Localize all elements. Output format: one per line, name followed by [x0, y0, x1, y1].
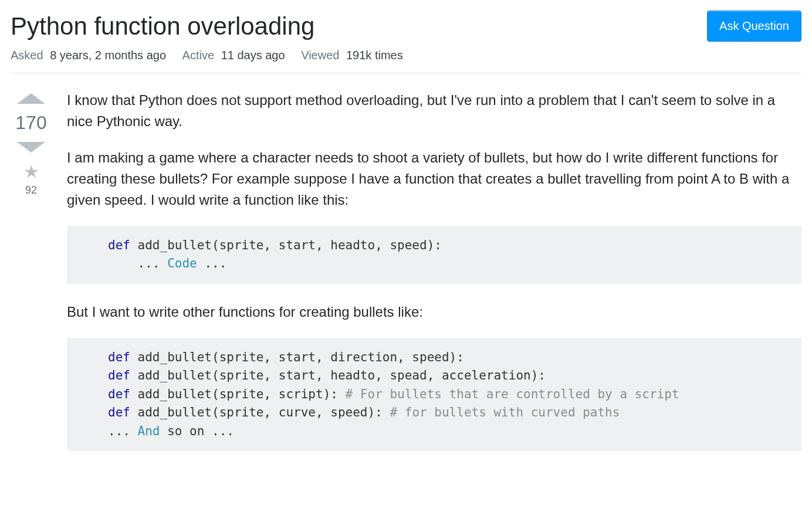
code-block: def add_bullet(sprite, start, direction,… — [67, 338, 801, 452]
active-label: Active — [182, 49, 214, 62]
viewed-value: 191k times — [346, 49, 403, 62]
paragraph: I am making a game where a character nee… — [67, 147, 801, 211]
vote-score: 170 — [15, 112, 46, 134]
viewed-label: Viewed — [301, 49, 339, 62]
question-title: Python function overloading — [11, 11, 314, 43]
question-body: I know that Python does not support meth… — [67, 90, 801, 469]
vote-column: 170 ★ 92 — [11, 90, 52, 196]
question-meta: Asked 8 years, 2 months ago Active 11 da… — [11, 49, 801, 73]
downvote-button[interactable] — [17, 142, 45, 153]
active-value: 11 days ago — [221, 49, 285, 62]
code-block: def add_bullet(sprite, start, headto, sp… — [67, 226, 801, 284]
paragraph: I know that Python does not support meth… — [67, 90, 801, 132]
favorite-star-icon[interactable]: ★ — [23, 163, 39, 181]
asked-value: 8 years, 2 months ago — [50, 49, 166, 62]
ask-question-button[interactable]: Ask Question — [707, 11, 801, 42]
favorite-count: 92 — [25, 184, 37, 196]
asked-label: Asked — [11, 49, 43, 62]
paragraph: But I want to write other functions for … — [67, 301, 801, 323]
upvote-button[interactable] — [17, 93, 45, 104]
